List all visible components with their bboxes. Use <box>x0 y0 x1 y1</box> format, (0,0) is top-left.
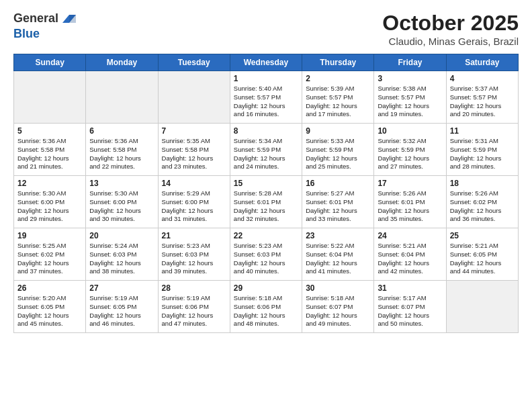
calendar-cell: 18Sunrise: 5:26 AM Sunset: 6:02 PM Dayli… <box>446 176 518 228</box>
day-number: 29 <box>234 283 298 293</box>
day-number: 13 <box>89 179 154 188</box>
day-info: Sunrise: 5:23 AM Sunset: 6:03 PM Dayligh… <box>162 242 226 276</box>
calendar-cell: 6Sunrise: 5:36 AM Sunset: 5:58 PM Daylig… <box>86 124 158 176</box>
calendar-cell: 22Sunrise: 5:23 AM Sunset: 6:03 PM Dayli… <box>230 228 302 281</box>
weekday-header-row: Sunday Monday Tuesday Wednesday Thursday… <box>14 54 519 71</box>
day-info: Sunrise: 5:36 AM Sunset: 5:58 PM Dayligh… <box>89 137 154 171</box>
calendar-cell: 17Sunrise: 5:26 AM Sunset: 6:01 PM Dayli… <box>374 176 446 228</box>
day-info: Sunrise: 5:19 AM Sunset: 6:05 PM Dayligh… <box>89 294 154 328</box>
day-info: Sunrise: 5:17 AM Sunset: 6:07 PM Dayligh… <box>378 294 442 328</box>
title-block: October 2025 Claudio, Minas Gerais, Braz… <box>382 11 519 47</box>
day-info: Sunrise: 5:31 AM Sunset: 5:59 PM Dayligh… <box>450 137 515 171</box>
calendar-cell: 11Sunrise: 5:31 AM Sunset: 5:59 PM Dayli… <box>446 124 518 176</box>
day-info: Sunrise: 5:38 AM Sunset: 5:57 PM Dayligh… <box>378 85 442 119</box>
day-info: Sunrise: 5:28 AM Sunset: 6:01 PM Dayligh… <box>234 189 298 224</box>
day-info: Sunrise: 5:23 AM Sunset: 6:03 PM Dayligh… <box>234 242 298 276</box>
header-sunday: Sunday <box>14 54 86 71</box>
day-number: 5 <box>17 126 82 136</box>
day-number: 14 <box>162 179 226 188</box>
day-info: Sunrise: 5:40 AM Sunset: 5:57 PM Dayligh… <box>234 85 298 119</box>
day-number: 30 <box>306 283 370 293</box>
day-number: 20 <box>89 231 154 240</box>
calendar-cell <box>14 71 86 124</box>
calendar-cell: 8Sunrise: 5:34 AM Sunset: 5:59 PM Daylig… <box>230 124 302 176</box>
day-number: 10 <box>378 126 442 136</box>
day-number: 27 <box>89 283 154 293</box>
day-info: Sunrise: 5:30 AM Sunset: 6:00 PM Dayligh… <box>89 189 154 224</box>
logo-blue: Blue <box>13 27 76 42</box>
logo-general: General <box>13 11 58 26</box>
day-info: Sunrise: 5:36 AM Sunset: 5:58 PM Dayligh… <box>17 137 82 171</box>
calendar-cell <box>446 281 518 333</box>
month-title: October 2025 <box>382 11 519 36</box>
day-number: 21 <box>162 231 226 240</box>
day-number: 11 <box>450 126 515 136</box>
day-number: 18 <box>450 179 515 188</box>
calendar-cell: 19Sunrise: 5:25 AM Sunset: 6:02 PM Dayli… <box>14 228 86 281</box>
day-info: Sunrise: 5:21 AM Sunset: 6:04 PM Dayligh… <box>378 242 442 276</box>
calendar-cell: 31Sunrise: 5:17 AM Sunset: 6:07 PM Dayli… <box>374 281 446 333</box>
day-info: Sunrise: 5:19 AM Sunset: 6:06 PM Dayligh… <box>162 294 226 328</box>
day-info: Sunrise: 5:26 AM Sunset: 6:02 PM Dayligh… <box>450 189 515 224</box>
calendar-cell: 1Sunrise: 5:40 AM Sunset: 5:57 PM Daylig… <box>230 71 302 124</box>
day-number: 17 <box>378 179 442 188</box>
calendar-cell: 30Sunrise: 5:18 AM Sunset: 6:07 PM Dayli… <box>302 281 374 333</box>
day-info: Sunrise: 5:25 AM Sunset: 6:02 PM Dayligh… <box>17 242 82 276</box>
header-thursday: Thursday <box>302 54 374 71</box>
calendar-cell: 14Sunrise: 5:29 AM Sunset: 6:00 PM Dayli… <box>158 176 230 228</box>
calendar-cell: 3Sunrise: 5:38 AM Sunset: 5:57 PM Daylig… <box>374 71 446 124</box>
calendar-cell: 2Sunrise: 5:39 AM Sunset: 5:57 PM Daylig… <box>302 71 374 124</box>
day-info: Sunrise: 5:27 AM Sunset: 6:01 PM Dayligh… <box>306 189 370 224</box>
calendar-cell: 26Sunrise: 5:20 AM Sunset: 6:05 PM Dayli… <box>14 281 86 333</box>
calendar-cell: 7Sunrise: 5:35 AM Sunset: 5:58 PM Daylig… <box>158 124 230 176</box>
day-number: 26 <box>17 283 82 293</box>
calendar-cell: 15Sunrise: 5:28 AM Sunset: 6:01 PM Dayli… <box>230 176 302 228</box>
day-info: Sunrise: 5:22 AM Sunset: 6:04 PM Dayligh… <box>306 242 370 276</box>
header-saturday: Saturday <box>446 54 518 71</box>
day-number: 31 <box>378 283 442 293</box>
calendar-cell: 9Sunrise: 5:33 AM Sunset: 5:59 PM Daylig… <box>302 124 374 176</box>
day-number: 2 <box>306 74 370 83</box>
calendar-week-3: 12Sunrise: 5:30 AM Sunset: 6:00 PM Dayli… <box>14 176 519 228</box>
day-number: 8 <box>234 126 298 136</box>
calendar-cell: 4Sunrise: 5:37 AM Sunset: 5:57 PM Daylig… <box>446 71 518 124</box>
calendar-cell: 13Sunrise: 5:30 AM Sunset: 6:00 PM Dayli… <box>86 176 158 228</box>
day-info: Sunrise: 5:33 AM Sunset: 5:59 PM Dayligh… <box>306 137 370 171</box>
header-monday: Monday <box>86 54 158 71</box>
calendar-cell: 16Sunrise: 5:27 AM Sunset: 6:01 PM Dayli… <box>302 176 374 228</box>
calendar-cell: 29Sunrise: 5:18 AM Sunset: 6:06 PM Dayli… <box>230 281 302 333</box>
day-info: Sunrise: 5:34 AM Sunset: 5:59 PM Dayligh… <box>234 137 298 171</box>
day-number: 9 <box>306 126 370 136</box>
calendar-table: Sunday Monday Tuesday Wednesday Thursday… <box>13 54 519 333</box>
calendar-cell: 25Sunrise: 5:21 AM Sunset: 6:05 PM Dayli… <box>446 228 518 281</box>
day-info: Sunrise: 5:30 AM Sunset: 6:00 PM Dayligh… <box>17 189 82 224</box>
day-number: 12 <box>17 179 82 188</box>
day-info: Sunrise: 5:29 AM Sunset: 6:00 PM Dayligh… <box>162 189 226 224</box>
calendar-cell: 24Sunrise: 5:21 AM Sunset: 6:04 PM Dayli… <box>374 228 446 281</box>
day-number: 25 <box>450 231 515 240</box>
day-number: 16 <box>306 179 370 188</box>
day-number: 4 <box>450 74 515 83</box>
calendar-cell: 23Sunrise: 5:22 AM Sunset: 6:04 PM Dayli… <box>302 228 374 281</box>
day-number: 7 <box>162 126 226 136</box>
logo: General Blue <box>13 11 76 42</box>
calendar-cell: 5Sunrise: 5:36 AM Sunset: 5:58 PM Daylig… <box>14 124 86 176</box>
calendar-cell: 28Sunrise: 5:19 AM Sunset: 6:06 PM Dayli… <box>158 281 230 333</box>
day-number: 23 <box>306 231 370 240</box>
page-container: General Blue October 2025 Claudio, Minas… <box>0 0 532 340</box>
calendar-cell: 10Sunrise: 5:32 AM Sunset: 5:59 PM Dayli… <box>374 124 446 176</box>
day-info: Sunrise: 5:18 AM Sunset: 6:06 PM Dayligh… <box>234 294 298 328</box>
calendar-cell: 20Sunrise: 5:24 AM Sunset: 6:03 PM Dayli… <box>86 228 158 281</box>
calendar-cell: 21Sunrise: 5:23 AM Sunset: 6:03 PM Dayli… <box>158 228 230 281</box>
calendar-cell <box>86 71 158 124</box>
day-info: Sunrise: 5:24 AM Sunset: 6:03 PM Dayligh… <box>89 242 154 276</box>
logo-icon <box>60 11 76 27</box>
day-info: Sunrise: 5:35 AM Sunset: 5:58 PM Dayligh… <box>162 137 226 171</box>
calendar-cell <box>158 71 230 124</box>
day-number: 6 <box>89 126 154 136</box>
day-number: 1 <box>234 74 298 83</box>
header-friday: Friday <box>374 54 446 71</box>
day-number: 24 <box>378 231 442 240</box>
day-info: Sunrise: 5:37 AM Sunset: 5:57 PM Dayligh… <box>450 85 515 119</box>
header-wednesday: Wednesday <box>230 54 302 71</box>
